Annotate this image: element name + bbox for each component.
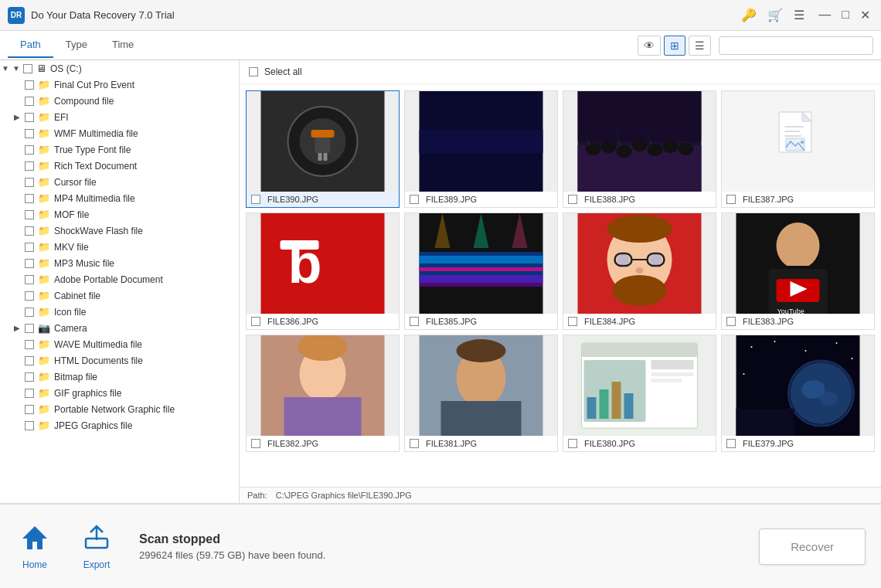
tree-item-label: Final Cut Pro Event [54, 80, 134, 90]
tree-item-checkbox[interactable] [25, 210, 34, 219]
list-item[interactable]: ▶ 📷 Camera [0, 320, 239, 336]
cart-icon[interactable]: 🛒 [767, 8, 783, 22]
tree-item-checkbox[interactable] [25, 291, 34, 301]
tree-root-os[interactable]: ▼ ▼ 🖥 OS (C:) [0, 60, 239, 76]
grid-item-file379[interactable]: FILE379.JPG [721, 335, 875, 452]
grid-item-file387[interactable]: FILE387.JPG [721, 90, 875, 208]
tree-item-checkbox[interactable] [25, 129, 34, 138]
tree-item-checkbox[interactable] [25, 275, 34, 284]
list-item[interactable]: 📁 Cabinet file [0, 287, 239, 304]
grid-item-file385[interactable]: FILE385.JPG [404, 212, 558, 330]
svg-point-82 [852, 358, 853, 359]
list-item[interactable]: ▶ 📁 EFI [0, 109, 239, 125]
list-item[interactable]: 📁 ShockWave Flash file [0, 223, 239, 239]
bottom-nav: Home Export [15, 523, 116, 570]
grid-item-file390[interactable]: FILE390.JPG [246, 90, 400, 208]
tab-time[interactable]: Time [100, 32, 146, 58]
list-view-button[interactable]: ☰ [689, 36, 711, 56]
file-label: FILE384.JPG [563, 314, 716, 329]
list-item[interactable]: 📁 MOF file [0, 206, 239, 223]
expand-icon: ▼ [2, 64, 11, 73]
list-item[interactable]: 📁 MP3 Music file [0, 255, 239, 271]
list-item[interactable]: 📁 Compound file [0, 93, 239, 109]
tree-item-checkbox[interactable] [25, 80, 34, 90]
menu-icon[interactable]: ☰ [794, 8, 804, 22]
list-item[interactable]: 📁 Final Cut Pro Event [0, 76, 239, 93]
list-item[interactable]: 📁 Bitmap file [0, 369, 239, 385]
key-icon[interactable]: 🔑 [741, 8, 757, 22]
tree-item-checkbox[interactable] [25, 194, 34, 203]
file-checkbox[interactable] [410, 195, 419, 204]
tree-item-label: Bitmap file [54, 372, 97, 382]
grid-view-button[interactable]: ⊞ [664, 36, 685, 56]
tree-item-checkbox[interactable] [25, 405, 34, 414]
grid-item-file386[interactable]: b FILE386.JPG [246, 212, 400, 330]
tree-item-checkbox[interactable] [25, 243, 34, 252]
tree-item-checkbox[interactable] [25, 226, 34, 236]
list-item[interactable]: 📁 True Type Font file [0, 141, 239, 158]
minimize-button[interactable]: — [815, 8, 834, 22]
tree-item-label: MP3 Music file [54, 258, 114, 269]
grid-item-file389[interactable]: FILE389.JPG [404, 90, 558, 208]
recover-button[interactable]: Recover [759, 529, 866, 565]
export-label: Export [83, 559, 111, 570]
tree-item-checkbox[interactable] [25, 389, 34, 398]
grid-item-file381[interactable]: FILE381.JPG [404, 335, 558, 452]
thumbnail [563, 91, 716, 192]
tree-item-checkbox[interactable] [25, 113, 34, 122]
file-checkbox[interactable] [726, 195, 736, 204]
file-checkbox[interactable] [251, 317, 260, 326]
tree-item-checkbox[interactable] [25, 259, 34, 268]
tree-item-label: MOF file [54, 209, 89, 220]
list-item[interactable]: 📁 HTML Documents file [0, 352, 239, 369]
list-item[interactable]: 📁 Rich Text Document [0, 158, 239, 174]
list-item[interactable]: 📁 JPEG Graphics file [0, 417, 239, 433]
file-label: FILE383.JPG [722, 314, 874, 329]
grid-item-file384[interactable]: FILE384.JPG [563, 212, 716, 330]
tree-item-checkbox[interactable] [25, 145, 34, 155]
list-item[interactable]: 📁 Cursor file [0, 174, 239, 190]
svg-rect-90 [736, 409, 794, 436]
file-checkbox[interactable] [410, 317, 419, 326]
tree-item-checkbox[interactable] [25, 308, 34, 317]
list-item[interactable]: 📁 Adobe Portable Document [0, 271, 239, 287]
tab-path[interactable]: Path [8, 32, 53, 58]
tree-item-checkbox[interactable] [25, 356, 34, 365]
tree-item-checkbox[interactable] [25, 340, 34, 349]
select-all-checkbox[interactable] [249, 67, 258, 76]
list-item[interactable]: 📁 Portable Network Graphic file [0, 401, 239, 417]
file-checkbox[interactable] [726, 439, 736, 448]
tree-item-checkbox[interactable] [25, 421, 34, 430]
list-item[interactable]: 📁 MKV file [0, 239, 239, 255]
file-checkbox[interactable] [251, 195, 260, 204]
list-item[interactable]: 📁 WMF Multimedia file [0, 125, 239, 141]
file-checkbox[interactable] [568, 195, 577, 204]
grid-item-file380[interactable]: FILE380.JPG [563, 335, 716, 452]
tree-item-checkbox[interactable] [25, 372, 34, 382]
list-item[interactable]: 📁 WAVE Multimedia file [0, 336, 239, 352]
grid-item-file383[interactable]: YouTube FILE383.JPG [721, 212, 875, 330]
tab-type[interactable]: Type [53, 32, 100, 58]
export-button[interactable]: Export [77, 523, 116, 570]
file-checkbox[interactable] [410, 439, 419, 448]
file-checkbox[interactable] [726, 317, 736, 326]
tree-item-checkbox[interactable] [25, 97, 34, 106]
view-controls: 👁 ⊞ ☰ [638, 36, 711, 56]
file-checkbox[interactable] [568, 317, 577, 326]
list-item[interactable]: 📁 Icon file [0, 304, 239, 320]
file-checkbox[interactable] [251, 439, 260, 448]
grid-item-file388[interactable]: FILE388.JPG [563, 90, 716, 208]
search-input[interactable] [719, 36, 873, 55]
grid-item-file382[interactable]: FILE382.JPG [246, 335, 400, 452]
maximize-button[interactable]: □ [838, 8, 852, 22]
close-button[interactable]: ✕ [857, 8, 873, 22]
tree-root-checkbox[interactable] [23, 64, 32, 73]
tree-item-checkbox[interactable] [25, 178, 34, 187]
home-button[interactable]: Home [15, 523, 54, 570]
file-checkbox[interactable] [568, 439, 577, 448]
list-item[interactable]: 📁 GIF graphics file [0, 385, 239, 401]
tree-item-checkbox[interactable] [25, 324, 34, 333]
preview-view-button[interactable]: 👁 [638, 36, 661, 56]
list-item[interactable]: 📁 MP4 Multimedia file [0, 190, 239, 206]
tree-item-checkbox[interactable] [25, 161, 34, 171]
